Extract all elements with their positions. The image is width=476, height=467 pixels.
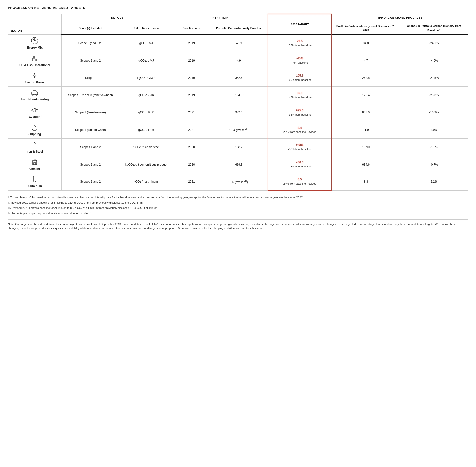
sector-cell: Energy Mix: [8, 34, 61, 52]
main-table: SECTOR DETAILS BASELINEi 2030 TARGET JPM…: [8, 14, 468, 191]
sector-icon: [31, 123, 39, 131]
target-pct: -24% from baseline (revised): [282, 182, 317, 185]
target-value: 86.1: [297, 91, 303, 95]
sector-cell: Aviation: [8, 104, 61, 121]
portfolio-baseline-cell: 8.6 (revisediii): [210, 173, 268, 191]
change-header: Change in Portfolio Carbon Intensity fro…: [400, 22, 468, 34]
sector-cell: Iron & Steel: [8, 138, 61, 156]
svg-rect-10: [33, 176, 36, 181]
change-cell: 4.9%: [400, 121, 468, 138]
scope-cell: Scopes 1, 2 and 3 (tank-to-wheel): [61, 87, 119, 104]
sub-header-row: Scope(s) Included Unit of Measurement Ba…: [8, 22, 468, 34]
svg-point-1: [34, 40, 35, 41]
svg-rect-8: [32, 145, 37, 147]
unit-cell: tCO₂ / t aluminum: [119, 173, 173, 191]
target-cell: 625.0 -36% from baseline: [268, 104, 332, 121]
intensity-2023-cell: 4.7: [332, 52, 400, 69]
target-pct: -69% from baseline: [288, 78, 312, 81]
table-row: Iron & Steel Scopes 1 and 2 tCO₂e / t cr…: [8, 138, 468, 156]
target-cell: -45% from baseline: [268, 52, 332, 69]
target-pct: -30% from baseline: [288, 148, 312, 151]
scope-cell: Scopes 1 and 2: [61, 156, 119, 173]
sector-cell: Electric Power: [8, 69, 61, 87]
footnote-item: ii. Revised 2021 portfolio baseline for …: [8, 201, 468, 205]
sector-cell: Aluminum: [8, 173, 61, 191]
footnotes-section: i. To calculate portfolio baseline carbo…: [8, 195, 468, 216]
portfolio-baseline-cell: 11.4 (revisedii): [210, 121, 268, 138]
target-pct: -36% from baseline: [288, 44, 312, 47]
sector-label: Cement: [29, 167, 40, 171]
page-title: PROGRESS ON NET ZERO-ALIGNED TARGETS: [8, 6, 468, 10]
target-pct: -26% from baseline (revised): [282, 130, 317, 133]
unit-cell: gCO₂ / MJ: [119, 34, 173, 52]
footnote-item: i. To calculate portfolio baseline carbo…: [8, 195, 468, 200]
portfolio-baseline-cell: 164.8: [210, 87, 268, 104]
scope-cell: Scope 1 (tank-to-wake): [61, 121, 119, 138]
change-cell: -1.5%: [400, 138, 468, 156]
details-group-header: DETAILS: [61, 14, 173, 22]
sector-label: Shipping: [28, 133, 41, 136]
target-2030-header: 2030 TARGET: [268, 14, 332, 35]
table-row: Aviation Scope 1 (tank-to-wake) gCO₂ / R…: [8, 104, 468, 121]
sector-label: Auto Manufacturing: [21, 98, 49, 101]
target-value: 0.981: [296, 143, 303, 147]
target-cell: 105.3 -69% from baseline: [268, 69, 332, 87]
unit-cell: gCO₂ / t-nm: [119, 121, 173, 138]
table-row: Shipping Scope 1 (tank-to-wake) gCO₂ / t…: [8, 121, 468, 138]
table-row: Cement Scopes 1 and 2 kgCO₂e / t cementi…: [8, 156, 468, 173]
target-value: 625.0: [296, 109, 303, 112]
sector-icon: [31, 54, 39, 62]
portfolio-carbon-header: Portfolio Carbon Intensity Baseline: [210, 22, 268, 34]
intensity-2023-cell: 1.390: [332, 138, 400, 156]
target-value: 6.5: [298, 178, 302, 181]
sector-icon: [31, 71, 39, 79]
sector-cell: Shipping: [8, 121, 61, 138]
intensity-2023-cell: 268.8: [332, 69, 400, 87]
svg-rect-4: [32, 92, 38, 95]
unit-cell: gCO₂ / RTK: [119, 104, 173, 121]
target-cell: 460.0 -28% from baseline: [268, 156, 332, 173]
baseline-year-cell: 2019: [173, 87, 210, 104]
portfolio-baseline-cell: 972.6: [210, 104, 268, 121]
table-row: Energy Mix Scope 3 (end use) gCO₂ / MJ 2…: [8, 34, 468, 52]
baseline-group-header: BASELINEi: [173, 14, 268, 22]
sector-icon: [31, 141, 39, 149]
portfolio-baseline-cell: 639.3: [210, 156, 268, 173]
sector-label: Aviation: [29, 115, 40, 119]
disclaimer-note: Note: Our targets are based on data and …: [8, 219, 468, 230]
unit-cell: gCO₂e / MJ: [119, 52, 173, 69]
intensity-2023-cell: 11.9: [332, 121, 400, 138]
baseline-year-cell: 2021: [173, 121, 210, 138]
target-value: 8.4: [298, 126, 302, 130]
intensity-2023-header: Portfolio Carbon Intensity as of Decembe…: [332, 22, 400, 34]
footnote-item: iv. Percentage change may not calculate …: [8, 211, 468, 216]
sector-icon: [31, 158, 39, 166]
scope-cell: Scope 3 (end use): [61, 34, 119, 52]
portfolio-baseline-cell: 45.9: [210, 34, 268, 52]
sector-icon: [31, 89, 39, 97]
change-cell: 2.2%: [400, 173, 468, 191]
unit-cell: kgCO₂e / t cementitious product: [119, 156, 173, 173]
sector-label: Iron & Steel: [27, 150, 43, 153]
baseline-year-cell: 2019: [173, 34, 210, 52]
intensity-2023-cell: 34.8: [332, 34, 400, 52]
sector-header: SECTOR: [8, 14, 61, 35]
scope-cell: Scope 1: [61, 69, 119, 87]
intensity-2023-cell: 8.8: [332, 173, 400, 191]
scope-cell: Scopes 1 and 2: [61, 138, 119, 156]
baseline-year-header: Baseline Year: [173, 22, 210, 34]
scope-cell: Scopes 1 and 2: [61, 52, 119, 69]
change-cell: -23.3%: [400, 87, 468, 104]
change-cell: -24.1%: [400, 34, 468, 52]
sector-label: Aluminum: [28, 184, 42, 188]
scope-cell: Scope 1 (tank-to-wake): [61, 104, 119, 121]
unit-cell: tCO₂e / t crude steel: [119, 138, 173, 156]
baseline-year-cell: 2021: [173, 173, 210, 191]
unit-cell: kgCO₂ / MWh: [119, 69, 173, 87]
target-value: 105.3: [296, 74, 303, 77]
baseline-year-cell: 2019: [173, 52, 210, 69]
portfolio-baseline-cell: 1.412: [210, 138, 268, 156]
baseline-year-cell: 2020: [173, 156, 210, 173]
table-row: Auto Manufacturing Scopes 1, 2 and 3 (ta…: [8, 87, 468, 104]
sector-icon: [31, 37, 39, 45]
